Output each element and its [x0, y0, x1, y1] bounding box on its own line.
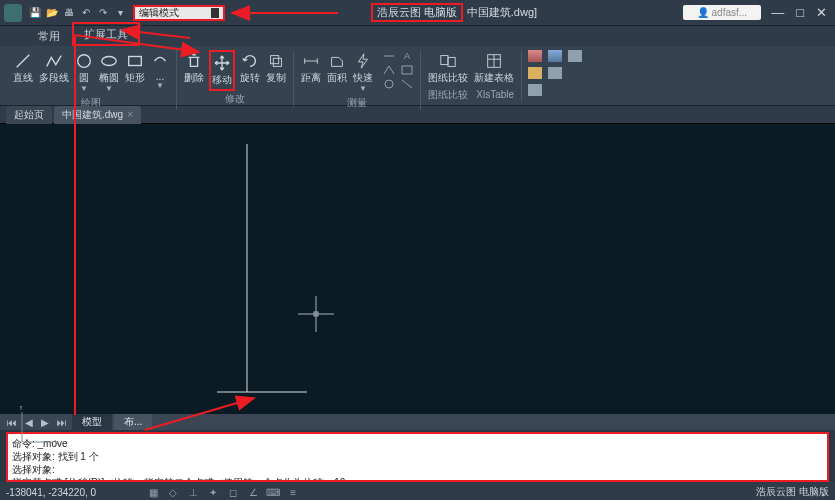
cmd-line-1: 命令: _move [12, 437, 823, 450]
tool-newtable[interactable]: 新建表格 [473, 50, 515, 87]
tool-copy[interactable]: 复制 [265, 50, 287, 87]
sb-track-icon[interactable]: ∠ [246, 485, 260, 499]
tool-compare[interactable]: 图纸比较 [427, 50, 469, 87]
minimize-button[interactable]: — [767, 5, 788, 20]
misc-2[interactable] [548, 50, 562, 62]
measure-small-4[interactable]: A [400, 50, 414, 62]
doc-suffix: 中国建筑.dwg] [467, 5, 537, 20]
svg-rect-5 [273, 58, 281, 66]
title-right: 👤 adfasf... — □ ✕ [683, 5, 831, 20]
group-compare: 图纸比较 新建表格 图纸比较 XlsTable [421, 50, 522, 102]
svg-rect-15 [441, 56, 448, 65]
cmd-line-2: 选择对象: 找到 1 个 [12, 450, 823, 463]
doctab-file[interactable]: 中国建筑.dwg× [54, 106, 141, 124]
tool-area[interactable]: 面积 [326, 50, 348, 87]
tool-delete[interactable]: 删除 [183, 50, 205, 87]
group-measure: 距离 面积 快速▼ A 测量 [294, 50, 421, 110]
svg-point-11 [385, 80, 393, 88]
misc-5[interactable] [548, 67, 562, 79]
model-tabs: ⏮ ◀ ▶ ⏭ 模型 布... [0, 414, 835, 430]
brand-label: 浩辰云图 电脑版 [371, 3, 463, 22]
tool-more[interactable]: ...▼ [150, 50, 170, 92]
misc-tools [528, 50, 584, 98]
app-logo [4, 4, 22, 22]
status-right: 浩辰云图 电脑版 [756, 485, 829, 499]
tab-model[interactable]: 模型 [72, 414, 112, 430]
ribbon: 直线 多段线 圆▼ 椭圆▼ 矩形 ...▼ 绘图 删除 移动 旋转 复制 修改 … [0, 46, 835, 106]
group-measure-label: 测量 [347, 96, 367, 110]
svg-text:A: A [404, 51, 410, 61]
quick-access: 💾 📂 🖶 ↶ ↷ ▾ [28, 6, 127, 20]
qa-plot-icon[interactable]: 🖶 [62, 6, 76, 20]
sb-dyn-icon[interactable]: ⌨ [266, 485, 280, 499]
cmd-line-3: 选择对象: [12, 463, 823, 476]
sb-ortho-icon[interactable]: ⊥ [186, 485, 200, 499]
drawing-canvas[interactable]: YX [0, 124, 835, 414]
tool-rect[interactable]: 矩形 [124, 50, 146, 87]
svg-text:X: X [54, 438, 58, 448]
qa-redo-icon[interactable]: ↷ [96, 6, 110, 20]
close-button[interactable]: ✕ [812, 5, 831, 20]
svg-text:Y: Y [18, 406, 24, 412]
search-text: 编辑模式 [139, 6, 179, 20]
svg-rect-4 [271, 56, 279, 64]
user-chip[interactable]: 👤 adfasf... [683, 5, 761, 20]
search-input[interactable]: 编辑模式 [133, 5, 225, 21]
tool-line[interactable]: 直线 [12, 50, 34, 87]
misc-6[interactable] [528, 84, 542, 96]
close-tab-icon[interactable]: × [127, 109, 133, 120]
svg-rect-13 [402, 66, 412, 74]
qa-save-icon[interactable]: 💾 [28, 6, 42, 20]
tool-circle[interactable]: 圆▼ [74, 50, 94, 95]
status-bar: -138041, -234220, 0 ▦ ◇ ⊥ ✦ ◻ ∠ ⌨ ≡ 浩辰云图… [0, 482, 835, 500]
qa-more-icon[interactable]: ▾ [113, 6, 127, 20]
qa-open-icon[interactable]: 📂 [45, 6, 59, 20]
tool-move[interactable]: 移动 [209, 50, 235, 91]
group-draw: 直线 多段线 圆▼ 椭圆▼ 矩形 ...▼ 绘图 [6, 50, 177, 110]
tab-layout[interactable]: 布... [114, 414, 152, 430]
coords: -138041, -234220, 0 [6, 487, 96, 498]
measure-small-5[interactable] [400, 64, 414, 76]
tool-ellipse[interactable]: 椭圆▼ [98, 50, 120, 95]
title-text: 浩辰云图 电脑版 中国建筑.dwg] [371, 3, 537, 22]
svg-line-14 [402, 80, 412, 88]
ribbon-tabs: 常用 扩展工具 [0, 26, 835, 46]
tool-quick[interactable]: 快速▼ [352, 50, 374, 95]
tab-common[interactable]: 常用 [28, 26, 70, 46]
sb-grid-icon[interactable]: ▦ [146, 485, 160, 499]
measure-small-6[interactable] [400, 78, 414, 90]
svg-line-0 [17, 55, 30, 68]
misc-3[interactable] [568, 50, 582, 62]
tool-rotate[interactable]: 旋转 [239, 50, 261, 87]
measure-small-3[interactable] [382, 78, 396, 90]
search-clear-icon[interactable] [211, 8, 219, 18]
misc-4[interactable] [528, 67, 542, 79]
tool-pline[interactable]: 多段线 [38, 50, 70, 87]
svg-point-1 [78, 55, 91, 68]
tool-dist[interactable]: 距离 [300, 50, 322, 87]
sb-polar-icon[interactable]: ✦ [206, 485, 220, 499]
maximize-button[interactable]: □ [792, 5, 808, 20]
misc-1[interactable] [528, 50, 542, 62]
sb-lwt-icon[interactable]: ≡ [286, 485, 300, 499]
svg-rect-16 [448, 57, 455, 66]
sb-snap-icon[interactable]: ◇ [166, 485, 180, 499]
group-edit-label: 修改 [225, 92, 245, 106]
group-compare-label: 图纸比较 [428, 89, 468, 100]
group-edit: 删除 移动 旋转 复制 修改 [177, 50, 294, 106]
qa-undo-icon[interactable]: ↶ [79, 6, 93, 20]
group-xls-label: XlsTable [476, 89, 514, 100]
svg-point-2 [102, 57, 116, 66]
svg-rect-3 [129, 57, 142, 66]
tab-ext[interactable]: 扩展工具 [72, 22, 140, 46]
sb-osnap-icon[interactable]: ◻ [226, 485, 240, 499]
measure-small-1[interactable] [382, 50, 396, 62]
command-window[interactable]: 命令: _move 选择对象: 找到 1 个 选择对象: 指定基点或 [位移(D… [6, 432, 829, 482]
doctab-start[interactable]: 起始页 [6, 106, 52, 124]
svg-marker-9 [332, 57, 343, 66]
measure-small-2[interactable] [382, 64, 396, 76]
